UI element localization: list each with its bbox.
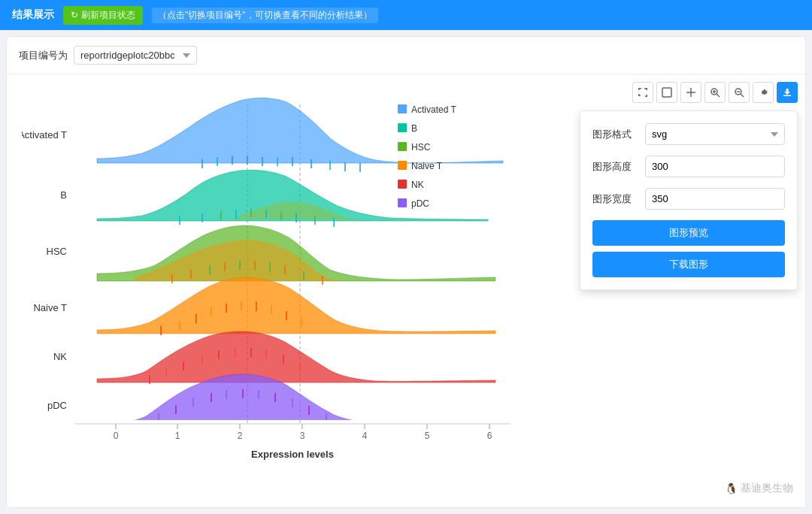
height-row: 图形高度 <box>592 156 785 177</box>
top-bar: 结果展示 ↻ 刷新项目状态 （点击"切换项目编号"，可切换查看不同的分析结果） <box>0 0 812 30</box>
page-title: 结果展示 <box>12 8 54 22</box>
svg-text:2: 2 <box>238 431 243 441</box>
svg-text:B: B <box>411 123 417 134</box>
settings-button[interactable] <box>753 82 774 103</box>
svg-text:Naive T: Naive T <box>411 161 443 171</box>
chart-svg: Activated T B HSC Naive T NK pDC 0 1 2 <box>22 82 563 465</box>
fit-screen-button[interactable] <box>632 82 653 103</box>
svg-text:pDC: pDC <box>411 198 429 209</box>
svg-rect-90 <box>398 104 407 113</box>
download-popup: 图形格式 svg 图形高度 图形宽度 图形预览 下载图形 <box>580 110 798 290</box>
app-container: 结果展示 ↻ 刷新项目状态 （点击"切换项目编号"，可切换查看不同的分析结果） … <box>0 0 812 514</box>
svg-text:5: 5 <box>425 431 430 441</box>
expand-button[interactable] <box>656 82 677 103</box>
svg-rect-94 <box>398 142 407 151</box>
x-axis-ticks: 0 1 2 3 4 5 6 <box>114 424 492 441</box>
format-label: 图形格式 <box>592 128 645 141</box>
y-label-activated: Activated T <box>22 129 67 141</box>
project-label: 项目编号为 <box>19 49 68 62</box>
width-row: 图形宽度 <box>592 188 785 210</box>
svg-rect-98 <box>398 180 407 189</box>
svg-rect-96 <box>398 161 407 170</box>
legend: Activated T B HSC Naive T NK pDC <box>398 104 456 209</box>
zoom-out-button[interactable] <box>729 82 750 103</box>
svg-text:3: 3 <box>300 431 305 441</box>
refresh-icon: ↻ <box>71 10 78 20</box>
ridge-nk <box>97 331 495 384</box>
hint-text: （点击"切换项目编号"，可切换查看不同的分析结果） <box>152 8 378 23</box>
svg-line-4 <box>717 94 720 97</box>
width-input[interactable] <box>645 188 785 210</box>
svg-text:1: 1 <box>175 431 180 441</box>
svg-text:Activated T: Activated T <box>411 104 456 115</box>
svg-rect-0 <box>662 88 671 97</box>
width-label: 图形宽度 <box>592 192 645 206</box>
svg-text:HSC: HSC <box>411 142 431 153</box>
zoom-in-button[interactable] <box>704 82 726 103</box>
svg-rect-100 <box>398 198 407 207</box>
ridge-hsc <box>97 225 495 285</box>
crosshair-button[interactable] <box>680 82 701 103</box>
height-label: 图形高度 <box>592 160 645 174</box>
content-area: 项目编号为 reportridgeplotc20bbc <box>6 36 806 508</box>
watermark: 🐧 基迪奥生物 <box>725 482 793 495</box>
format-row: 图形格式 svg <box>592 123 785 145</box>
svg-line-8 <box>741 94 744 97</box>
download-chart-button[interactable]: 下载图形 <box>592 252 785 277</box>
preview-button[interactable]: 图形预览 <box>592 220 785 246</box>
ridge-naive-t <box>97 277 495 335</box>
watermark-icon: 🐧 <box>725 482 738 494</box>
y-label-nk: NK <box>53 351 67 362</box>
svg-text:4: 4 <box>362 431 368 441</box>
watermark-text: 基迪奥生物 <box>741 482 793 495</box>
height-input[interactable] <box>645 156 785 177</box>
svg-text:0: 0 <box>114 431 119 441</box>
project-row: 项目编号为 reportridgeplotc20bbc <box>7 37 805 74</box>
y-label-pdc: pDC <box>47 400 67 411</box>
format-select[interactable]: svg <box>645 123 785 145</box>
chart-toolbar <box>632 82 798 103</box>
download-button[interactable] <box>777 82 798 103</box>
svg-rect-92 <box>398 123 407 132</box>
svg-text:6: 6 <box>487 431 492 441</box>
y-label-naive: Naive T <box>33 302 67 313</box>
y-label-b: B <box>60 189 67 201</box>
y-label-hsc: HSC <box>47 246 67 257</box>
refresh-button[interactable]: ↻ 刷新项目状态 <box>63 6 143 25</box>
chart-area: 图形格式 svg 图形高度 图形宽度 图形预览 下载图形 <box>7 74 805 507</box>
svg-text:NK: NK <box>411 180 424 190</box>
x-axis-label: Expression levels <box>251 449 334 460</box>
project-select[interactable]: reportridgeplotc20bbc <box>74 46 197 65</box>
